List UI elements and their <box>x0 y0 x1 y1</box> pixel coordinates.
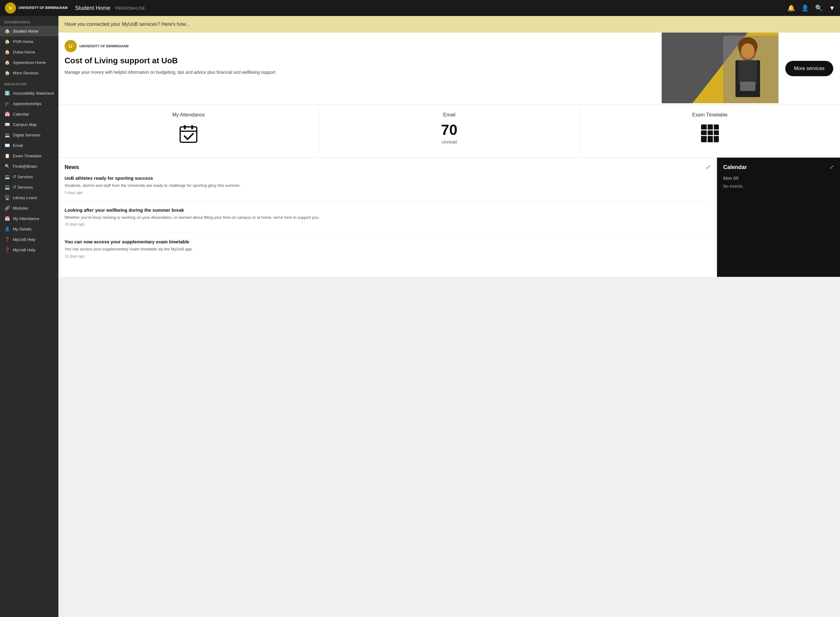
sidebar-item-it-services-1[interactable]: 💻 IT Services <box>0 171 58 182</box>
dashboards-label: DASHBOARDS <box>0 16 58 26</box>
banner-text: Have you connected your MyUoB services? … <box>65 22 190 27</box>
sidebar-item-label: Apprentices Home <box>13 60 46 65</box>
attendance-widget-title: My Attendance <box>65 112 313 118</box>
calendar-check-icon <box>65 123 313 148</box>
sidebar-item-label: IT Services <box>13 174 33 179</box>
sidebar-item-label: Apprenticeships <box>13 101 41 106</box>
sidebar-item-digital-services[interactable]: 💻 Digital Services <box>0 130 58 140</box>
search-icon: 🔍 <box>4 164 10 169</box>
personalise-button[interactable]: PERSONALISE <box>115 6 145 10</box>
exam-timetable-widget[interactable]: Exam Timetable <box>580 105 840 157</box>
news-section: News ⤢ UoB athletes ready for sporting s… <box>58 158 717 277</box>
sidebar-item-student-home[interactable]: 🏠 Student Home <box>0 26 58 36</box>
content-grid: News ⤢ UoB athletes ready for sporting s… <box>58 158 840 277</box>
email-widget-title: Email <box>325 112 574 118</box>
graduation-icon: 🎓 <box>4 101 10 106</box>
news-item[interactable]: UoB athletes ready for sporting success … <box>65 176 711 201</box>
search-icon[interactable]: 🔍 <box>815 4 823 12</box>
navigation-label: NAVIGATION <box>0 78 58 88</box>
sidebar-item-label: Accessibility Statement <box>13 91 54 96</box>
hero-section: U UNIVERSITY OF BIRMINGHAM Cost of Livin… <box>58 32 840 105</box>
sidebar-item-label: Dubai Home <box>13 50 35 55</box>
hero-logo-badge: U <box>65 40 77 52</box>
sidebar-item-more-services[interactable]: 🏠 More Services <box>0 68 58 78</box>
nav-icons: 🔔 👤 🔍 ▼ <box>787 4 835 12</box>
user-icon[interactable]: 👤 <box>801 4 809 12</box>
logo-icon: U <box>5 3 16 13</box>
news-item-date: 12 days ago <box>65 254 711 258</box>
notification-icon[interactable]: 🔔 <box>787 4 795 12</box>
sidebar-item-dubai-home[interactable]: 🏠 Dubai Home <box>0 47 58 57</box>
sidebar-item-apprentices-home[interactable]: 🏠 Apprentices Home <box>0 57 58 68</box>
news-header: News ⤢ <box>65 164 711 171</box>
sidebar-item-pgr-home[interactable]: 🏠 PGR Home <box>0 36 58 47</box>
sidebar-item-accessibility-statement[interactable]: ℹ️ Accessibility Statement <box>0 88 58 98</box>
sidebar-item-modules[interactable]: 🔗 Modules <box>0 203 58 213</box>
svg-text:U: U <box>69 44 72 49</box>
news-item[interactable]: Looking after your wellbeing during the … <box>65 207 711 233</box>
help-icon: ❓ <box>4 237 10 242</box>
hero-cta: More services <box>778 32 840 105</box>
sidebar-item-label: Exam Timetable <box>13 154 41 158</box>
sidebar-item-my-details[interactable]: 👤 My Details <box>0 224 58 234</box>
info-icon: ℹ️ <box>4 91 10 96</box>
sidebar-item-campus-map[interactable]: 📖 Campus Map <box>0 119 58 130</box>
news-expand-icon[interactable]: ⤢ <box>706 164 711 171</box>
sidebar-item-label: Library Loans <box>13 195 37 200</box>
sidebar: DASHBOARDS 🏠 Student Home 🏠 PGR Home 🏠 D… <box>0 16 58 617</box>
hero-description: Manage your money with helpful informati… <box>65 69 655 75</box>
services-banner: Have you connected your MyUoB services? … <box>58 16 840 32</box>
logo-text: UNIVERSITY OF BIRMINGHAM <box>18 6 68 10</box>
filter-icon[interactable]: ▼ <box>829 4 835 12</box>
sidebar-item-my-attendance[interactable]: 📅 My Attendance <box>0 213 58 224</box>
sidebar-item-myuob-help-1[interactable]: ❓ MyUoB Help <box>0 234 58 245</box>
sidebar-item-label: More Services <box>13 71 38 75</box>
hero-image <box>662 32 778 105</box>
calendar-no-events: No events. <box>723 184 834 189</box>
university-logo[interactable]: U UNIVERSITY OF BIRMINGHAM <box>5 3 68 13</box>
sidebar-item-calendar[interactable]: 📅 Calendar <box>0 109 58 119</box>
sidebar-item-apprenticeships[interactable]: 🎓 Apprenticeships <box>0 98 58 109</box>
sidebar-item-label: MyUoB Help <box>13 237 35 242</box>
news-item-description: Students, alumni and staff from the Univ… <box>65 183 711 189</box>
svg-rect-16 <box>191 125 193 129</box>
svg-point-13 <box>741 43 754 59</box>
page-title: Student Home <box>75 5 110 11</box>
calendar-header: Calendar ⤢ <box>723 164 834 171</box>
sidebar-item-findit-bham[interactable]: 🔍 Findit@Bham <box>0 161 58 171</box>
svg-rect-10 <box>738 60 757 85</box>
sidebar-item-label: Digital Services <box>13 133 41 137</box>
news-item[interactable]: You can now access your supplementary ex… <box>65 239 711 264</box>
hero-content: U UNIVERSITY OF BIRMINGHAM Cost of Livin… <box>58 32 662 105</box>
home-icon: 🏠 <box>4 60 10 65</box>
more-services-button[interactable]: More services <box>785 61 833 76</box>
sidebar-item-it-services-2[interactable]: 💻 IT Services <box>0 182 58 192</box>
news-item-date: 5 days ago <box>65 190 711 195</box>
attendance-icon: 📅 <box>4 216 10 221</box>
sidebar-item-label: PGR Home <box>13 39 33 44</box>
attendance-widget[interactable]: My Attendance <box>58 105 319 157</box>
sidebar-item-library-loans[interactable]: 🖥️ Library Loans <box>0 192 58 203</box>
sidebar-item-label: My Attendance <box>13 216 39 221</box>
email-widget[interactable]: Email 70 Unread <box>319 105 580 157</box>
clipboard-icon: 📋 <box>4 154 10 158</box>
calendar-expand-icon[interactable]: ⤢ <box>829 164 834 171</box>
sidebar-item-myuob-help-2[interactable]: ❓ MyUoB Help <box>0 245 58 255</box>
hero-logo-text: UNIVERSITY OF BIRMINGHAM <box>79 44 129 48</box>
news-title: News <box>65 164 79 171</box>
calendar-icon: 📅 <box>4 112 10 117</box>
svg-rect-14 <box>180 127 197 142</box>
modules-icon: 🔗 <box>4 205 10 211</box>
news-item-title: Looking after your wellbeing during the … <box>65 207 711 213</box>
email-unread-label: Unread <box>325 139 574 145</box>
sidebar-item-email[interactable]: ✉️ Email <box>0 140 58 151</box>
svg-rect-18 <box>701 124 719 142</box>
person-icon: 👤 <box>4 226 10 232</box>
sidebar-item-label: Email <box>13 143 23 148</box>
sidebar-item-label: Calendar <box>13 112 29 117</box>
sidebar-item-exam-timetable[interactable]: 📋 Exam Timetable <box>0 151 58 161</box>
calendar-title: Calendar <box>723 164 747 171</box>
calendar-date: Mon 05 <box>723 176 834 181</box>
sidebar-item-label: Findit@Bham <box>13 164 37 169</box>
news-item-description: Whether you're busy revising or working … <box>65 214 711 221</box>
